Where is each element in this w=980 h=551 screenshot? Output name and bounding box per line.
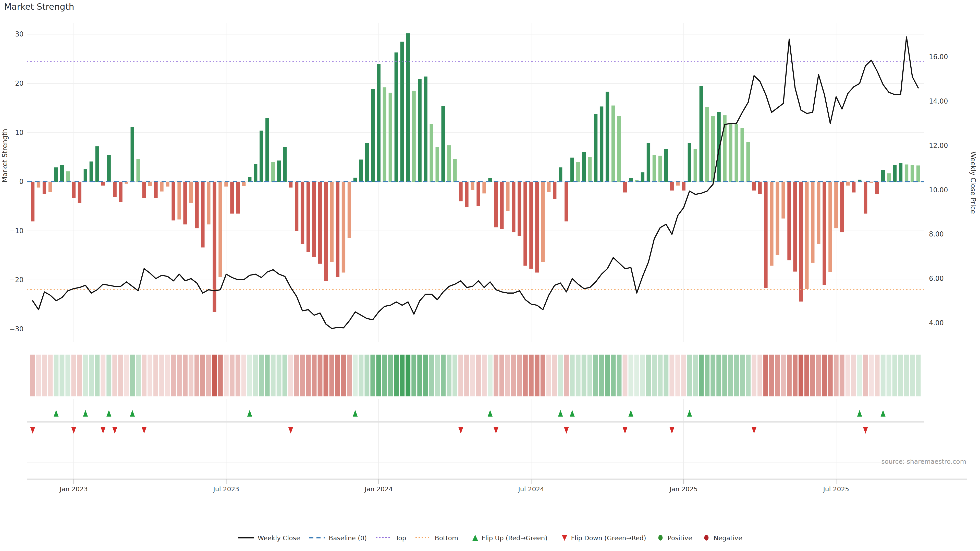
bar-negative	[119, 182, 123, 202]
flip-up-marker	[558, 410, 563, 416]
bar-positive	[700, 86, 703, 182]
heatmap-cell	[816, 354, 821, 396]
bar-positive	[641, 172, 644, 182]
heatmap-cell	[793, 354, 797, 396]
right-tick-label: 10.00	[929, 186, 948, 194]
bar-negative	[213, 182, 216, 312]
bar-positive	[360, 159, 363, 182]
bar-positive	[659, 156, 662, 182]
heatmap-cell	[206, 354, 211, 396]
bar-positive	[558, 167, 562, 182]
heatmap-cell	[271, 354, 275, 396]
heatmap-cell	[370, 354, 375, 396]
bar-positive	[84, 169, 87, 182]
bar-positive	[740, 128, 744, 182]
legend-item-top: Top	[375, 534, 406, 542]
left-tick-label: −30	[10, 325, 24, 333]
heatmap-cell	[165, 354, 170, 396]
bar-positive	[271, 162, 275, 182]
flip-up-triangle-icon	[467, 534, 478, 542]
heatmap-cell	[769, 354, 774, 396]
bar-negative	[811, 182, 815, 263]
heatmap-cell	[757, 354, 762, 396]
bar-negative	[529, 182, 533, 268]
bar-positive	[582, 152, 586, 182]
negative-dot-glyph	[704, 535, 709, 540]
bar-positive	[418, 79, 422, 182]
heatmap-cell	[910, 354, 915, 396]
heatmap-cell	[775, 354, 780, 396]
legend-item-negative: Negative	[701, 534, 742, 542]
heatmap-cell	[886, 354, 891, 396]
heatmap-cell	[635, 354, 639, 396]
bar-negative	[764, 182, 767, 288]
heatmap-cell	[869, 354, 874, 396]
bar-negative	[37, 182, 40, 187]
bar-negative	[829, 182, 832, 272]
heatmap-cell	[30, 354, 35, 396]
bar-negative	[541, 182, 545, 262]
heatmap-cell	[59, 354, 64, 396]
left-tick-label: 0	[19, 178, 24, 186]
bar-positive	[107, 155, 111, 182]
heatmap-cell	[628, 354, 633, 396]
bar-negative	[670, 182, 674, 191]
negative-dot-icon	[701, 534, 710, 542]
flip-down-marker	[863, 427, 868, 433]
heatmap-cell	[493, 354, 498, 396]
heatmap-cell	[253, 354, 258, 396]
heatmap-cell	[118, 354, 123, 396]
heatmap-cell	[259, 354, 264, 396]
heatmap-cell	[752, 354, 756, 396]
bar-negative	[307, 182, 310, 252]
bar-negative	[183, 182, 187, 224]
triangle-down-glyph	[562, 535, 567, 541]
positive-dot-glyph	[658, 535, 662, 540]
heatmap-cell	[65, 354, 70, 396]
legend: Weekly CloseBaseline (0)TopBottomFlip Up…	[0, 534, 980, 542]
heatmap-cell	[640, 354, 645, 396]
heatmap-cell	[529, 354, 534, 396]
heatmap-cell	[523, 354, 528, 396]
bar-negative	[172, 182, 175, 221]
heatmap-cell	[916, 354, 921, 396]
heatmap-cell	[153, 354, 158, 396]
bar-positive	[887, 173, 891, 182]
heatmap-cell	[904, 354, 909, 396]
heatmap-cell	[341, 354, 346, 396]
bar-positive	[254, 164, 257, 182]
flip-down-marker	[752, 427, 756, 433]
heatmap-cell	[828, 354, 833, 396]
legend-item-label: Top	[395, 534, 406, 541]
bar-negative	[324, 182, 328, 281]
bar-negative	[535, 182, 539, 272]
bar-positive	[588, 157, 592, 182]
bar-negative	[348, 182, 351, 238]
bar-positive	[430, 124, 433, 182]
heatmap-cell	[429, 354, 434, 396]
bar-negative	[781, 182, 785, 218]
legend-item-baseline-0: Baseline (0)	[309, 534, 367, 542]
heatmap-cell	[376, 354, 381, 396]
bar-positive	[688, 143, 691, 182]
weekly-close-line-icon	[238, 534, 254, 542]
bar-positive	[266, 118, 269, 182]
heatmap-cell	[804, 354, 809, 396]
bar-negative	[242, 182, 245, 186]
heatmap-cell	[840, 354, 845, 396]
bar-negative	[817, 182, 820, 244]
legend-item-positive: Positive	[655, 534, 692, 542]
heatmap-cell	[400, 354, 404, 396]
bar-positive	[617, 116, 621, 182]
legend-item-label: Weekly Close	[258, 534, 300, 541]
triangle-up-glyph	[472, 535, 478, 541]
bar-negative	[318, 182, 322, 264]
bar-negative	[623, 182, 627, 192]
x-tick-label: Jan 2024	[364, 486, 393, 493]
bar-negative	[342, 182, 345, 272]
bar-negative	[189, 182, 192, 203]
weekly-close-line	[33, 37, 918, 329]
bar-negative	[494, 182, 498, 227]
heatmap-cell	[224, 354, 229, 396]
bar-positive	[441, 106, 445, 182]
